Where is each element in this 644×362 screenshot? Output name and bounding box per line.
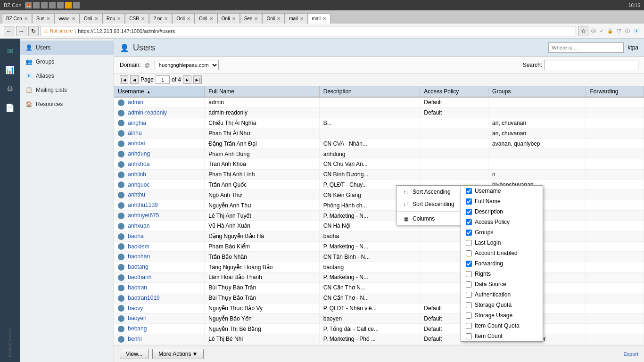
column-checkbox-last-login[interactable] bbox=[466, 240, 472, 246]
search-input[interactable] bbox=[544, 60, 638, 70]
sidebar-icon-stats[interactable]: 📊 bbox=[1, 61, 18, 78]
ext-icon-2[interactable]: ✓ bbox=[600, 28, 603, 33]
username-link[interactable]: benhi bbox=[128, 336, 141, 342]
username-link[interactable]: anhdung bbox=[128, 150, 150, 157]
username-link[interactable]: baovy bbox=[128, 305, 143, 312]
username-link[interactable]: baotran1019 bbox=[128, 295, 159, 301]
tab-close[interactable]: ✕ bbox=[46, 16, 50, 21]
username-link[interactable]: anhkhoa bbox=[128, 161, 149, 167]
username-link[interactable]: baoha bbox=[128, 233, 143, 239]
username-link[interactable]: anhdai bbox=[128, 140, 145, 147]
next-page-button[interactable]: ► bbox=[183, 75, 191, 84]
username-link[interactable]: anhthu1139 bbox=[128, 202, 157, 208]
tab-sus[interactable]: Sus ✕ bbox=[32, 13, 54, 24]
tab-close[interactable]: ✕ bbox=[187, 16, 190, 21]
sidebar-icon-logs[interactable]: 📄 bbox=[1, 99, 18, 116]
column-checkbox-rights[interactable] bbox=[466, 271, 472, 277]
username-link[interactable]: admin bbox=[128, 99, 143, 106]
tab-onli5[interactable]: Onli ✕ bbox=[262, 13, 285, 24]
tab-bz[interactable]: BZ Con ✕ bbox=[2, 13, 32, 24]
ext-icon-4[interactable]: 🛡 bbox=[617, 28, 621, 33]
sidebar-item-aliases[interactable]: 📧 Aliases bbox=[20, 69, 114, 83]
sidebar-item-resources[interactable]: 🏠 Resources bbox=[20, 97, 114, 111]
column-checkbox-storage-quota[interactable] bbox=[466, 302, 472, 308]
column-checkbox-groups[interactable] bbox=[466, 230, 472, 236]
sidebar-item-groups[interactable]: 👥 Groups bbox=[20, 55, 114, 69]
column-check-last-login[interactable]: Last Login bbox=[461, 238, 543, 248]
column-check-storage-quota[interactable]: Storage Quota bbox=[461, 300, 543, 310]
ext-icon-6[interactable]: 📧 bbox=[634, 28, 639, 33]
tab-onli2[interactable]: Onli ✕ bbox=[172, 13, 195, 24]
column-check-account-enabled[interactable]: Account Enabled bbox=[461, 248, 543, 258]
tab-www[interactable]: www. ✕ bbox=[54, 13, 80, 24]
column-check-forwarding[interactable]: Forwarding bbox=[461, 258, 543, 269]
column-checkbox-item-count-quota[interactable] bbox=[466, 323, 472, 329]
tab-onli1[interactable]: Onli ✕ bbox=[80, 13, 102, 24]
username-link[interactable]: anhquoc bbox=[128, 181, 149, 188]
username-link[interactable]: anhlinh bbox=[128, 171, 146, 178]
tab-close[interactable]: ✕ bbox=[141, 16, 145, 21]
sidebar-item-users[interactable]: 👤 Users bbox=[20, 41, 114, 55]
refresh-button[interactable]: ↻ bbox=[28, 26, 39, 36]
tab-close[interactable]: ✕ bbox=[300, 16, 304, 21]
tab-close[interactable]: ✕ bbox=[322, 16, 326, 21]
username-link[interactable]: baonhan bbox=[128, 253, 150, 260]
tab-csr[interactable]: CSR ✕ bbox=[125, 13, 149, 24]
page-input[interactable] bbox=[156, 75, 170, 84]
username-link[interactable]: baothanh bbox=[128, 274, 151, 280]
column-check-data-source[interactable]: Data Source bbox=[461, 279, 543, 289]
tab-close[interactable]: ✕ bbox=[117, 16, 121, 21]
col-forwarding[interactable]: Forwarding bbox=[586, 86, 644, 97]
column-checkbox-account-enabled[interactable] bbox=[466, 250, 472, 256]
column-checkbox-description[interactable] bbox=[466, 209, 472, 215]
column-checkbox-forwarding[interactable] bbox=[466, 261, 472, 267]
tab-onli4[interactable]: Onli ✕ bbox=[217, 13, 240, 24]
tab-sen[interactable]: Sen ✕ bbox=[240, 13, 263, 24]
username-link[interactable]: ainghia bbox=[128, 120, 146, 126]
sidebar-icon-settings[interactable]: ⚙ bbox=[1, 80, 18, 97]
tab-close[interactable]: ✕ bbox=[232, 16, 236, 21]
menu-text[interactable]: BZ Con bbox=[4, 2, 21, 8]
more-actions-button[interactable]: More Actions ▼ bbox=[152, 349, 204, 359]
tab-close[interactable]: ✕ bbox=[24, 16, 28, 21]
col-description[interactable]: Description bbox=[319, 86, 420, 97]
ext-icon-5[interactable]: ⓘ bbox=[625, 28, 630, 34]
column-check-fullname[interactable]: Full Name bbox=[461, 196, 543, 206]
username-link[interactable]: anhxuan bbox=[128, 222, 149, 229]
export-link[interactable]: Export bbox=[623, 351, 638, 357]
ext-icon-1[interactable]: ⓪ bbox=[591, 28, 596, 34]
star-button[interactable]: ☆ bbox=[578, 26, 588, 36]
address-bar[interactable]: ⚠ Not secure | https://112.213.93.147:10… bbox=[41, 26, 576, 36]
forward-button[interactable]: → bbox=[16, 26, 26, 36]
tab-close[interactable]: ✕ bbox=[254, 16, 258, 21]
prev-page-button[interactable]: ◄ bbox=[130, 75, 139, 84]
username-link[interactable]: admin-readonly bbox=[128, 109, 167, 116]
column-checkbox-username[interactable] bbox=[466, 188, 472, 194]
username-link[interactable]: anhthu bbox=[128, 191, 145, 198]
column-check-username[interactable]: Username bbox=[461, 186, 543, 196]
column-check-rights[interactable]: Rights bbox=[461, 269, 543, 279]
tab-rou[interactable]: Rou ✕ bbox=[102, 13, 125, 24]
column-checkbox-data-source[interactable] bbox=[466, 281, 472, 288]
domain-select[interactable]: huongnghiepaau.com bbox=[155, 60, 219, 70]
username-link[interactable]: baotran bbox=[128, 284, 147, 291]
tab-2nc[interactable]: 2 nc ✕ bbox=[149, 13, 172, 24]
col-groups[interactable]: Groups bbox=[488, 86, 586, 97]
column-checkbox-storage-usage[interactable] bbox=[466, 313, 472, 319]
username-link[interactable]: anhtuyet675 bbox=[128, 212, 159, 219]
tab-close[interactable]: ✕ bbox=[164, 16, 168, 21]
tab-mail2[interactable]: mail ✕ bbox=[308, 13, 330, 24]
username-link[interactable]: ainhu bbox=[128, 130, 141, 136]
tab-close[interactable]: ✕ bbox=[94, 16, 98, 21]
column-checkbox-access-policy[interactable] bbox=[466, 219, 472, 225]
username-link[interactable]: baoyen bbox=[128, 315, 146, 321]
column-check-item-count-quota[interactable]: Item Count Quota bbox=[461, 321, 543, 331]
column-check-item-count[interactable]: Item Count bbox=[461, 331, 543, 341]
username-link[interactable]: baokiem bbox=[128, 243, 149, 250]
view-button[interactable]: View... bbox=[120, 349, 149, 359]
ext-icon-3[interactable]: 🔒 bbox=[607, 28, 613, 33]
username-link[interactable]: bebang bbox=[128, 325, 147, 332]
col-username[interactable]: Username ▲ bbox=[114, 86, 205, 97]
sidebar-icon-email[interactable]: ✉ bbox=[1, 42, 18, 59]
column-checkbox-fullname[interactable] bbox=[466, 198, 472, 205]
